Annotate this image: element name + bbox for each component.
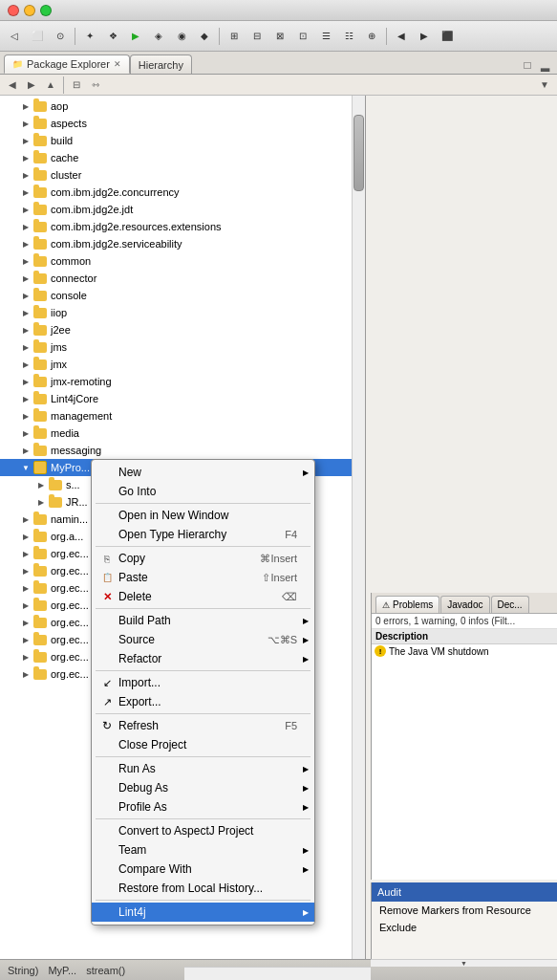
tree-arrow-org6[interactable]: ▶ bbox=[19, 616, 32, 629]
tree-arrow-naming[interactable]: ▶ bbox=[19, 512, 32, 526]
menu-item-delete[interactable]: ✕ Delete ⌫ bbox=[92, 587, 314, 606]
tree-arrow-media[interactable]: ▶ bbox=[19, 426, 32, 440]
tree-arrow-org5[interactable]: ▶ bbox=[19, 599, 32, 612]
tree-arrow-concurrency[interactable]: ▶ bbox=[19, 185, 32, 199]
toolbar-btn-4[interactable]: ✦ bbox=[79, 26, 100, 47]
menu-item-lint4j[interactable]: Lint4j bbox=[92, 903, 314, 922]
toolbar-btn-9[interactable]: ⊞ bbox=[224, 26, 245, 47]
close-button[interactable] bbox=[8, 5, 19, 16]
minimize-button[interactable] bbox=[24, 5, 35, 16]
tree-arrow-org4[interactable]: ▶ bbox=[19, 581, 32, 595]
toolbar-btn-13[interactable]: ☰ bbox=[315, 26, 336, 47]
menu-item-go-into[interactable]: Go Into bbox=[92, 482, 314, 501]
toolbar-btn-3[interactable]: ⊙ bbox=[50, 26, 71, 47]
tree-arrow-lint4jcore[interactable]: ▶ bbox=[19, 392, 32, 405]
menu-item-run-as[interactable]: Run As bbox=[92, 759, 314, 778]
menu-item-source[interactable]: Source ⌥⌘S bbox=[92, 630, 314, 649]
tree-item-media[interactable]: ▶ media bbox=[0, 425, 365, 442]
tab-close-package-explorer[interactable]: ✕ bbox=[114, 59, 121, 69]
tree-arrow-jmx[interactable]: ▶ bbox=[19, 358, 32, 371]
menu-item-copy[interactable]: Copy ⌘Insert bbox=[92, 549, 314, 568]
tree-item-console[interactable]: ▶ console bbox=[0, 287, 365, 304]
tree-item-cluster[interactable]: ▶ cluster bbox=[0, 166, 365, 184]
tree-arrow-aop[interactable]: ▶ bbox=[19, 99, 32, 113]
tree-arrow-management[interactable]: ▶ bbox=[19, 409, 32, 423]
menu-item-close-project[interactable]: Close Project bbox=[92, 735, 314, 754]
back-btn[interactable]: ◀ bbox=[4, 76, 21, 94]
tree-arrow-org9[interactable]: ▶ bbox=[19, 667, 32, 681]
tree-arrow-serviceability[interactable]: ▶ bbox=[19, 237, 32, 250]
toolbar-btn-16[interactable]: ◀ bbox=[391, 26, 412, 47]
collapse-all-btn[interactable]: ⊟ bbox=[68, 76, 85, 94]
tree-arrow-build[interactable]: ▶ bbox=[19, 134, 32, 147]
toolbar-btn-12[interactable]: ⊡ bbox=[292, 26, 313, 47]
menu-item-restore-local-history[interactable]: Restore from Local History... bbox=[92, 879, 314, 898]
tree-item-aop[interactable]: ▶ aop bbox=[0, 98, 365, 115]
tree-item-iiop[interactable]: ▶ iiop bbox=[0, 304, 365, 321]
tree-arrow-org1[interactable]: ▶ bbox=[19, 530, 32, 543]
forward-btn[interactable]: ▶ bbox=[23, 76, 40, 94]
menu-item-debug-as[interactable]: Debug As bbox=[92, 778, 314, 797]
menu-item-paste[interactable]: 📋 Paste ⇧Insert bbox=[92, 568, 314, 587]
scroll-down-area[interactable]: ▼ bbox=[371, 959, 557, 967]
tree-arrow-myproject[interactable]: ▼ bbox=[19, 461, 32, 474]
window-controls[interactable] bbox=[8, 5, 52, 16]
tree-item-jms[interactable]: ▶ jms bbox=[0, 338, 365, 356]
tree-item-messaging[interactable]: ▶ messaging bbox=[0, 442, 365, 459]
menu-item-refresh[interactable]: Refresh F5 bbox=[92, 716, 314, 735]
toolbar-btn-17[interactable]: ▶ bbox=[414, 26, 435, 47]
tree-item-connector[interactable]: ▶ connector bbox=[0, 270, 365, 287]
tree-item-resources-ext[interactable]: ▶ com.ibm.jdg2e.resources.extensions bbox=[0, 218, 365, 235]
menu-item-open-new-window[interactable]: Open in New Window bbox=[92, 506, 314, 525]
tab-javadoc[interactable]: Javadoc bbox=[440, 596, 489, 613]
tree-item-j2ee[interactable]: ▶ j2ee bbox=[0, 321, 365, 338]
menu-item-export[interactable]: Export... bbox=[92, 692, 314, 711]
tree-item-common[interactable]: ▶ common bbox=[0, 252, 365, 270]
tab-package-explorer[interactable]: 📁 Package Explorer ✕ bbox=[4, 54, 130, 74]
menu-item-refactor[interactable]: Refactor bbox=[92, 649, 314, 668]
toolbar-btn-2[interactable]: ⬜ bbox=[27, 26, 48, 47]
tree-arrow-org8[interactable]: ▶ bbox=[19, 650, 32, 664]
tree-arrow-console[interactable]: ▶ bbox=[19, 289, 32, 302]
tree-item-build[interactable]: ▶ build bbox=[0, 132, 365, 149]
toolbar-btn-8[interactable]: ◆ bbox=[194, 26, 215, 47]
toolbar-btn-14[interactable]: ☷ bbox=[338, 26, 359, 47]
audit-item-remove-markers[interactable]: Remove Markers from Resource bbox=[372, 902, 557, 919]
toolbar-btn-run[interactable]: ▶ bbox=[125, 26, 146, 47]
up-btn[interactable]: ▲ bbox=[42, 76, 59, 94]
toolbar-btn-15[interactable]: ⊕ bbox=[361, 26, 382, 47]
menu-item-team[interactable]: Team bbox=[92, 840, 314, 860]
maximize-panel-btn[interactable]: □ bbox=[519, 56, 536, 74]
toolbar-btn-11[interactable]: ⊠ bbox=[269, 26, 290, 47]
toolbar-btn-7[interactable]: ◉ bbox=[171, 26, 192, 47]
tree-item-lint4jcore[interactable]: ▶ Lint4jCore bbox=[0, 390, 365, 407]
tree-item-serviceability[interactable]: ▶ com.ibm.jdg2e.serviceability bbox=[0, 235, 365, 252]
tree-item-concurrency[interactable]: ▶ com.ibm.jdg2e.concurrency bbox=[0, 184, 365, 201]
tree-arrow-org2[interactable]: ▶ bbox=[19, 547, 32, 560]
menu-item-convert-aspectj[interactable]: Convert to AspectJ Project bbox=[92, 821, 314, 840]
tree-arrow-jr[interactable]: ▶ bbox=[34, 495, 48, 509]
tree-arrow-org7[interactable]: ▶ bbox=[19, 633, 32, 646]
tree-arrow-cluster[interactable]: ▶ bbox=[19, 168, 32, 182]
maximize-button[interactable] bbox=[40, 5, 52, 16]
tree-item-jdt[interactable]: ▶ com.ibm.jdg2e.jdt bbox=[0, 201, 365, 218]
tree-arrow-org3[interactable]: ▶ bbox=[19, 564, 32, 577]
view-menu-btn[interactable]: ▼ bbox=[536, 76, 553, 94]
tab-problems[interactable]: ⚠ Problems bbox=[375, 596, 439, 613]
bottom-scrollbar[interactable] bbox=[184, 967, 371, 980]
tree-arrow-iiop[interactable]: ▶ bbox=[19, 306, 32, 319]
scrollbar-thumb[interactable] bbox=[353, 115, 364, 191]
menu-item-new[interactable]: New bbox=[92, 463, 314, 482]
tree-item-jmx-remoting[interactable]: ▶ jmx-remoting bbox=[0, 373, 365, 390]
menu-item-profile-as[interactable]: Profile As bbox=[92, 797, 314, 817]
tree-item-aspects[interactable]: ▶ aspects bbox=[0, 115, 365, 132]
menu-item-compare-with[interactable]: Compare With bbox=[92, 860, 314, 879]
menu-item-import[interactable]: Import... bbox=[92, 673, 314, 692]
menu-item-build-path[interactable]: Build Path bbox=[92, 611, 314, 630]
tree-arrow-aspects[interactable]: ▶ bbox=[19, 117, 32, 130]
toolbar-btn-10[interactable]: ⊟ bbox=[246, 26, 268, 47]
tree-arrow-j2ee[interactable]: ▶ bbox=[19, 323, 32, 337]
tab-hierarchy[interactable]: Hierarchy bbox=[130, 54, 192, 74]
tree-item-management[interactable]: ▶ management bbox=[0, 407, 365, 425]
tree-arrow-jmx-remoting[interactable]: ▶ bbox=[19, 375, 32, 388]
